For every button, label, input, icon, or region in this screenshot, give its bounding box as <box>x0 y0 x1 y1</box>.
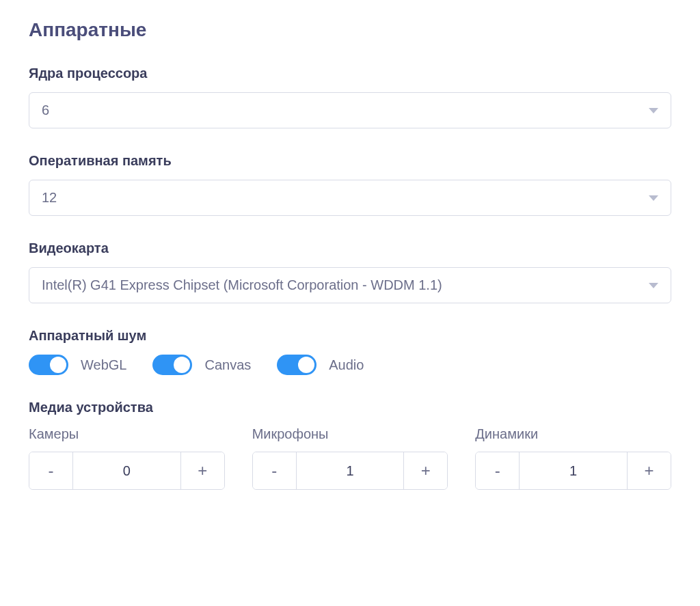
webgl-toggle[interactable] <box>29 355 68 375</box>
cpu-cores-field: Ядра процессора 6 <box>29 66 671 128</box>
cameras-group: Камеры - 0 + <box>29 426 225 490</box>
hardware-noise-label: Аппаратный шум <box>29 328 671 344</box>
hardware-noise-toggles: WebGL Canvas Audio <box>29 355 671 375</box>
speakers-value: 1 <box>520 452 627 489</box>
audio-toggle-item: Audio <box>277 355 364 375</box>
microphones-group: Микрофоны - 1 + <box>252 426 448 490</box>
cameras-increment-button[interactable]: + <box>180 452 224 489</box>
speakers-stepper: - 1 + <box>475 452 671 490</box>
gpu-value: Intel(R) G41 Express Chipset (Microsoft … <box>42 277 442 293</box>
toggle-knob-icon <box>298 357 314 373</box>
speakers-group: Динамики - 1 + <box>475 426 671 490</box>
ram-value: 12 <box>42 190 57 206</box>
ram-label: Оперативная память <box>29 153 671 169</box>
cameras-label: Камеры <box>29 426 225 442</box>
audio-toggle[interactable] <box>277 355 317 375</box>
cameras-value: 0 <box>73 452 180 489</box>
canvas-toggle-item: Canvas <box>152 355 251 375</box>
microphones-increment-button[interactable]: + <box>403 452 447 489</box>
speakers-label: Динамики <box>475 426 671 442</box>
toggle-knob-icon <box>50 357 66 373</box>
cpu-cores-value: 6 <box>42 102 49 118</box>
chevron-down-icon <box>649 108 658 113</box>
chevron-down-icon <box>649 195 658 201</box>
speakers-decrement-button[interactable]: - <box>476 452 520 489</box>
gpu-select[interactable]: Intel(R) G41 Express Chipset (Microsoft … <box>29 267 671 303</box>
media-devices-field: Медиа устройства Камеры - 0 + Микрофоны … <box>29 400 671 490</box>
ram-field: Оперативная память 12 <box>29 153 671 216</box>
chevron-down-icon <box>649 283 658 288</box>
section-title: Аппаратные <box>29 19 671 41</box>
microphones-value: 1 <box>297 452 404 489</box>
speakers-increment-button[interactable]: + <box>627 452 671 489</box>
microphones-label: Микрофоны <box>252 426 448 442</box>
media-devices-label: Медиа устройства <box>29 400 671 415</box>
cpu-cores-select[interactable]: 6 <box>29 92 671 128</box>
audio-toggle-label: Audio <box>329 357 364 373</box>
ram-select[interactable]: 12 <box>29 180 671 216</box>
cameras-decrement-button[interactable]: - <box>29 452 73 489</box>
microphones-decrement-button[interactable]: - <box>253 452 297 489</box>
media-devices-grid: Камеры - 0 + Микрофоны - 1 + Динамики - … <box>29 426 671 490</box>
canvas-toggle[interactable] <box>152 355 192 375</box>
toggle-knob-icon <box>174 357 190 373</box>
cpu-cores-label: Ядра процессора <box>29 66 671 81</box>
webgl-toggle-label: WebGL <box>81 357 126 373</box>
gpu-label: Видеокарта <box>29 240 671 256</box>
gpu-field: Видеокарта Intel(R) G41 Express Chipset … <box>29 240 671 303</box>
hardware-noise-field: Аппаратный шум WebGL Canvas Audio <box>29 328 671 375</box>
webgl-toggle-item: WebGL <box>29 355 126 375</box>
canvas-toggle-label: Canvas <box>204 357 251 373</box>
cameras-stepper: - 0 + <box>29 452 225 490</box>
microphones-stepper: - 1 + <box>252 452 448 490</box>
